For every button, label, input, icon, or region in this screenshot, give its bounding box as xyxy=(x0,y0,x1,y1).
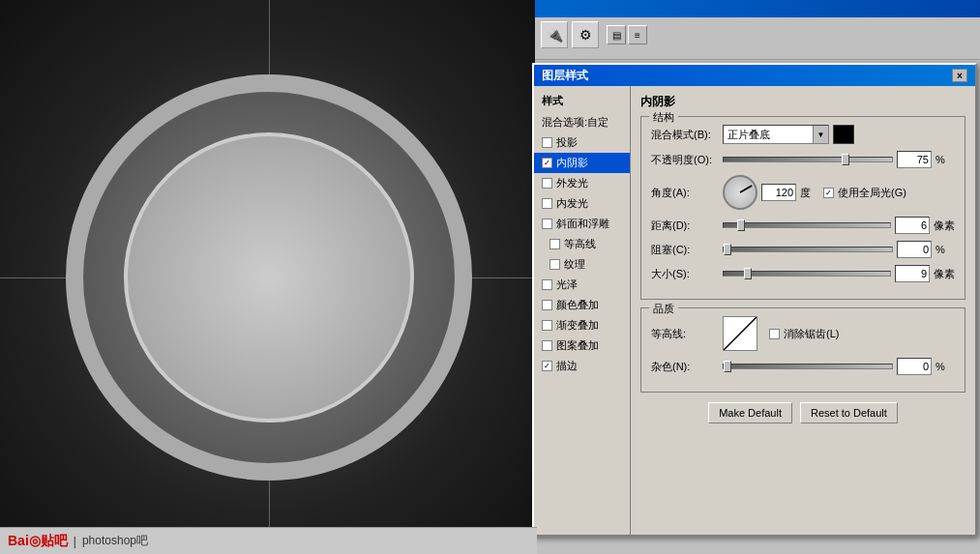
distance-value-input[interactable] xyxy=(895,217,930,234)
contour-label: 等高线: xyxy=(651,327,719,341)
global-light-label: 使用全局光(G) xyxy=(838,186,906,200)
footer-separator: | xyxy=(74,535,76,548)
choke-slider-thumb[interactable] xyxy=(724,244,731,255)
sidebar-item-blend-options[interactable]: 混合选项:自定 xyxy=(534,112,630,132)
choke-value-input[interactable] xyxy=(897,241,932,258)
opacity-slider-track[interactable] xyxy=(723,157,893,162)
angle-value-input[interactable] xyxy=(761,184,796,201)
size-slider-container xyxy=(723,271,891,277)
sidebar-item-gradient-overlay[interactable]: 渐变叠加 xyxy=(534,315,630,335)
choke-slider-track[interactable] xyxy=(723,247,893,252)
sidebar-item-color-overlay[interactable]: 颜色叠加 xyxy=(534,295,630,315)
size-slider-track[interactable] xyxy=(723,271,891,277)
contour-line-svg xyxy=(724,317,757,350)
layer-style-dialog: 图层样式 × 样式 混合选项:自定 投影 内阴影 外发光 xyxy=(532,63,977,537)
sidebar-item-stroke-label: 描边 xyxy=(556,359,578,373)
noise-slider-container xyxy=(723,364,893,369)
sidebar-item-texture[interactable]: 纹理 xyxy=(534,254,630,275)
sidebar-item-outer-glow[interactable]: 外发光 xyxy=(534,173,630,193)
dialog-sidebar: 样式 混合选项:自定 投影 内阴影 外发光 内发光 xyxy=(534,86,631,535)
dialog-buttons: Make Default Reset to Default xyxy=(640,402,965,423)
color-overlay-checkbox[interactable] xyxy=(542,300,552,310)
sidebar-item-inner-glow[interactable]: 内发光 xyxy=(534,193,630,214)
sidebar-item-bevel-emboss-label: 斜面和浮雕 xyxy=(556,217,609,231)
dialog-close-button[interactable]: × xyxy=(952,69,967,82)
sidebar-item-contour-label: 等高线 xyxy=(564,237,596,251)
sidebar-item-stroke[interactable]: 描边 xyxy=(534,356,630,376)
blend-mode-dropdown[interactable]: 正片叠底 ▼ xyxy=(723,125,829,144)
sidebar-item-drop-shadow[interactable]: 投影 xyxy=(534,132,630,153)
choke-slider-container xyxy=(723,247,893,252)
antialias-checkbox-label[interactable]: 消除锯齿(L) xyxy=(769,327,839,341)
blend-mode-row: 混合模式(B): 正片叠底 ▼ xyxy=(651,125,955,144)
outer-glow-checkbox[interactable] xyxy=(542,178,552,189)
blend-mode-label: 混合模式(B): xyxy=(651,128,719,142)
structure-group: 结构 混合模式(B): 正片叠底 ▼ 不透明度(O): xyxy=(640,116,965,300)
drop-shadow-checkbox[interactable] xyxy=(542,137,552,148)
global-light-checkbox-label[interactable]: 使用全局光(G) xyxy=(823,186,906,200)
opacity-slider-thumb[interactable] xyxy=(842,154,849,165)
noise-unit: % xyxy=(935,361,955,372)
opacity-unit: % xyxy=(935,154,955,165)
satin-checkbox[interactable] xyxy=(542,279,552,290)
angle-needle xyxy=(740,185,753,193)
sidebar-item-contour[interactable]: 等高线 xyxy=(534,234,630,254)
sidebar-item-satin[interactable]: 光泽 xyxy=(534,275,630,295)
noise-slider-thumb[interactable] xyxy=(724,361,731,372)
contour-checkbox[interactable] xyxy=(549,239,560,249)
inner-shadow-checkbox[interactable] xyxy=(542,158,552,168)
inner-shadow-title: 内阴影 xyxy=(640,94,965,110)
taskbar-icon-usb[interactable]: 🔌 xyxy=(541,21,568,48)
distance-slider-thumb[interactable] xyxy=(737,219,745,231)
sidebar-item-pattern-overlay[interactable]: 图案叠加 xyxy=(534,335,630,356)
dialog-right-panel: 内阴影 结构 混合模式(B): 正片叠底 ▼ 不透明度(O): xyxy=(631,86,975,535)
sidebar-item-inner-glow-label: 内发光 xyxy=(556,196,588,211)
angle-dial[interactable] xyxy=(723,175,757,210)
structure-group-title: 结构 xyxy=(649,110,678,125)
taskbar-extra-icon1[interactable]: ▤ xyxy=(607,25,626,44)
dialog-body: 样式 混合选项:自定 投影 内阴影 外发光 内发光 xyxy=(534,86,975,535)
opacity-label: 不透明度(O): xyxy=(651,153,719,167)
angle-row: 角度(A): 度 使用全局光(G) xyxy=(651,175,955,210)
sidebar-item-inner-shadow[interactable]: 内阴影 xyxy=(534,153,630,173)
sidebar-item-gradient-overlay-label: 渐变叠加 xyxy=(556,318,599,333)
gradient-overlay-checkbox[interactable] xyxy=(542,320,552,331)
canvas-circle-outer xyxy=(66,74,472,481)
opacity-row: 不透明度(O): % xyxy=(651,151,955,168)
taskbar-icon-gear[interactable]: ⚙ xyxy=(572,21,599,48)
texture-checkbox[interactable] xyxy=(549,259,560,270)
size-label: 大小(S): xyxy=(651,267,719,281)
antialias-cb[interactable] xyxy=(769,329,780,339)
canvas-area xyxy=(0,0,537,554)
taskbar-icons: 🔌 ⚙ ▤ ≡ xyxy=(535,17,980,52)
stroke-checkbox[interactable] xyxy=(542,361,552,371)
opacity-value-input[interactable] xyxy=(897,151,932,168)
size-slider-thumb[interactable] xyxy=(744,268,752,279)
sidebar-item-bevel-emboss[interactable]: 斜面和浮雕 xyxy=(534,214,630,234)
sidebar-item-color-overlay-label: 颜色叠加 xyxy=(556,298,599,312)
taskbar-title xyxy=(535,0,980,17)
sidebar-item-drop-shadow-label: 投影 xyxy=(556,135,578,150)
antialias-label: 消除锯齿(L) xyxy=(784,327,839,341)
blend-mode-arrow[interactable]: ▼ xyxy=(813,126,828,143)
canvas-circle-inner xyxy=(124,132,414,423)
quality-group-title: 品质 xyxy=(649,302,678,316)
sidebar-item-blend-options-label: 混合选项:自定 xyxy=(542,115,609,130)
taskbar-extra-icon2[interactable]: ≡ xyxy=(628,25,647,44)
global-light-cb[interactable] xyxy=(823,188,834,198)
baidu-logo: Bai◎贴吧 xyxy=(8,533,68,550)
contour-preview[interactable] xyxy=(723,316,757,351)
inner-glow-checkbox[interactable] xyxy=(542,198,552,209)
pattern-overlay-checkbox[interactable] xyxy=(542,340,552,351)
bevel-emboss-checkbox[interactable] xyxy=(542,219,552,229)
blend-color-swatch[interactable] xyxy=(833,125,854,144)
sidebar-item-outer-glow-label: 外发光 xyxy=(556,176,588,190)
size-value-input[interactable] xyxy=(895,265,930,282)
reset-to-default-button[interactable]: Reset to Default xyxy=(800,402,898,423)
noise-value-input[interactable] xyxy=(897,358,932,375)
distance-slider-track[interactable] xyxy=(723,222,891,228)
make-default-button[interactable]: Make Default xyxy=(708,402,792,423)
footer-bar: Bai◎贴吧 | photoshop吧 xyxy=(0,527,537,554)
sidebar-item-inner-shadow-label: 内阴影 xyxy=(556,156,588,170)
noise-slider-track[interactable] xyxy=(723,364,893,369)
